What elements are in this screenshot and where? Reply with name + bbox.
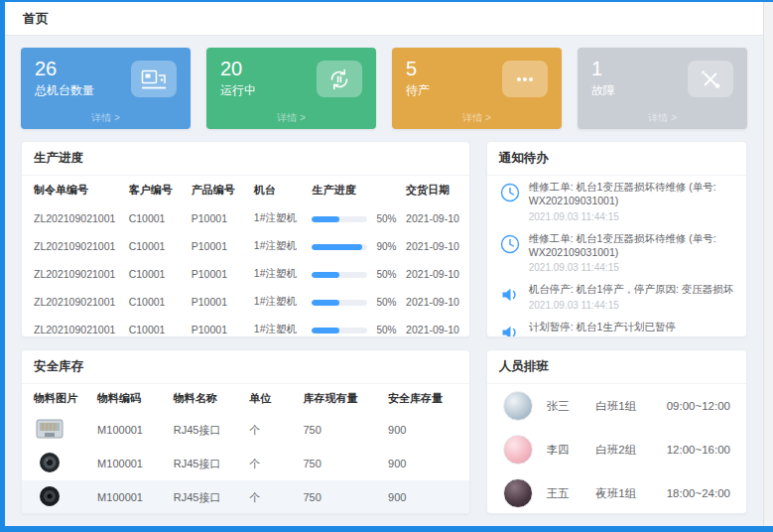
progress-bar bbox=[312, 300, 367, 306]
notification-item[interactable]: 计划暂停: 机台1生产计划已暂停 2021.09.03 11:44:15 bbox=[487, 316, 746, 336]
progress-label: 50% bbox=[376, 325, 396, 335]
cell-delivery-date: 2021-09-10 bbox=[402, 204, 469, 232]
cell-progress: 50% bbox=[308, 316, 402, 336]
avatar bbox=[503, 478, 533, 508]
notification-text: 维修工单: 机台1变压器损坏待维修 (单号: WX202109031001) bbox=[529, 232, 734, 260]
notification-text: 维修工单: 机台1变压器损坏待维修 (单号: WX202109031001) bbox=[529, 181, 734, 208]
person-name: 张三 bbox=[547, 399, 582, 414]
detail-link[interactable]: 详情 > bbox=[392, 111, 562, 125]
table-row: M100001 RJ45接口 个 750 900 bbox=[22, 480, 469, 513]
notification-item[interactable]: 维修工单: 机台1变压器损坏待维修 (单号: WX202109031001) 2… bbox=[487, 227, 746, 279]
cell-delivery-date: 2021-09-10 bbox=[402, 288, 469, 316]
cell-product-no: P10001 bbox=[188, 204, 250, 232]
table-row: ZL202109021001 C10001 P10001 1#注塑机 90% 2… bbox=[22, 232, 469, 260]
detail-link[interactable]: 详情 > bbox=[206, 111, 376, 125]
cell-material-image bbox=[22, 447, 93, 480]
cell-machine: 1#注塑机 bbox=[250, 232, 309, 260]
notification-item[interactable]: 机台停产: 机台1停产，停产原因: 变压器损坏 2021.09.03 11:44… bbox=[487, 278, 746, 316]
table-row: M100001 RJ45接口 个 750 900 bbox=[22, 447, 469, 480]
col-customer-no: 客户编号 bbox=[125, 176, 188, 204]
clock-icon bbox=[499, 233, 521, 255]
cell-unit: 个 bbox=[245, 447, 299, 480]
col-machine: 机台 bbox=[250, 176, 309, 204]
inventory-table: 物料图片 物料编码 物料名称 单位 库存现有量 安全库存量 bbox=[22, 384, 469, 513]
tools-icon bbox=[688, 61, 733, 97]
stat-card-waiting[interactable]: 5 待产 详情 > bbox=[392, 48, 562, 129]
speaker-icon bbox=[499, 284, 521, 306]
progress-label: 50% bbox=[376, 213, 396, 224]
round-connector-image bbox=[34, 451, 65, 476]
cell-safety-qty: 900 bbox=[384, 480, 469, 513]
panel-title-notifications: 通知待办 bbox=[487, 142, 746, 176]
dashboard-page: 首页 26 总机台数量 bbox=[5, 2, 763, 526]
vertical-scrollbar[interactable] bbox=[763, 2, 773, 526]
cell-delivery-date: 2021-09-10 bbox=[402, 260, 469, 288]
progress-label: 50% bbox=[376, 269, 396, 280]
col-unit: 单位 bbox=[245, 384, 299, 413]
notification-time: 2021.09.03 11:44:15 bbox=[529, 262, 734, 273]
rj45-connector-image bbox=[34, 417, 65, 443]
schedule-row: 王五 夜班1组 18:00~24:00 bbox=[487, 471, 746, 513]
cell-progress: 90% bbox=[308, 232, 402, 260]
cell-progress: 50% bbox=[308, 260, 402, 288]
person-name: 王五 bbox=[547, 486, 582, 501]
col-safety-qty: 安全库存量 bbox=[384, 384, 469, 413]
production-panel: 生产进度 制令单编号 客户编号 产品编号 机台 生产进度 交货日期 bbox=[21, 141, 470, 337]
top-bar: 首页 bbox=[5, 2, 763, 36]
progress-label: 90% bbox=[376, 241, 396, 252]
table-row: ZL202109021001 C10001 P10001 1#注塑机 50% 2… bbox=[22, 260, 469, 288]
shift-time: 12:00~16:00 bbox=[667, 444, 730, 456]
cell-delivery-date: 2021-09-10 bbox=[402, 232, 469, 260]
schedule-row: 张三 白班1组 09:00~12:00 bbox=[487, 384, 746, 428]
stat-cards-row: 26 总机台数量 详情 > 20 运 bbox=[21, 48, 747, 129]
cell-customer-no: C10001 bbox=[125, 288, 188, 316]
cell-material-image bbox=[22, 413, 93, 447]
speaker-part-image bbox=[34, 484, 65, 510]
cell-product-no: P10001 bbox=[188, 260, 250, 288]
cell-order-no: ZL202109021001 bbox=[22, 288, 125, 316]
notification-time: 2021.09.03 11:44:15 bbox=[529, 211, 734, 222]
progress-bar bbox=[312, 216, 367, 222]
machine-icon bbox=[131, 61, 177, 97]
cell-material-image bbox=[22, 480, 93, 513]
inventory-panel: 安全库存 物料图片 物料编码 物料名称 单位 库存现有量 安全库存量 bbox=[21, 349, 470, 514]
cell-machine: 1#注塑机 bbox=[250, 260, 309, 288]
progress-bar bbox=[312, 244, 367, 250]
clock-icon bbox=[499, 182, 521, 203]
avatar bbox=[503, 391, 533, 421]
cell-material-name: RJ45接口 bbox=[170, 447, 246, 480]
notification-text: 机台停产: 机台1停产，停产原因: 变压器损坏 bbox=[529, 283, 734, 297]
sync-icon bbox=[317, 61, 362, 97]
cell-order-no: ZL202109021001 bbox=[22, 260, 125, 288]
cell-material-code: M100001 bbox=[93, 447, 170, 480]
notification-item[interactable]: 维修工单: 机台1变压器损坏待维修 (单号: WX202109031001) 2… bbox=[487, 176, 746, 227]
panel-title-schedule: 人员排班 bbox=[487, 350, 746, 384]
schedule-row: 李四 白班2组 12:00~16:00 bbox=[487, 428, 746, 471]
cell-order-no: ZL202109021001 bbox=[22, 316, 125, 336]
col-progress: 生产进度 bbox=[308, 176, 402, 204]
stat-card-total-machines[interactable]: 26 总机台数量 详情 > bbox=[21, 48, 191, 129]
col-order-no: 制令单编号 bbox=[22, 176, 125, 204]
panels-grid: 生产进度 制令单编号 客户编号 产品编号 机台 生产进度 交货日期 bbox=[21, 141, 747, 514]
detail-link[interactable]: 详情 > bbox=[21, 111, 191, 125]
detail-link[interactable]: 详情 > bbox=[578, 111, 747, 125]
speaker-icon bbox=[499, 322, 521, 336]
stat-card-fault[interactable]: 1 故障 详情 > bbox=[578, 48, 747, 129]
cell-material-code: M100001 bbox=[93, 413, 170, 447]
table-row: ZL202109021001 C10001 P10001 1#注塑机 50% 2… bbox=[22, 316, 469, 336]
cell-material-name: RJ45接口 bbox=[170, 480, 246, 513]
schedule-panel: 人员排班 张三 白班1组 09:00~12:00 李四 白班2组 1 bbox=[486, 349, 747, 514]
col-stock-qty: 库存现有量 bbox=[299, 384, 384, 413]
shift-time: 09:00~12:00 bbox=[667, 400, 730, 412]
cell-customer-no: C10001 bbox=[125, 232, 188, 260]
ellipsis-icon bbox=[502, 61, 548, 97]
cell-order-no: ZL202109021001 bbox=[22, 232, 125, 260]
progress-label: 50% bbox=[376, 297, 396, 308]
cell-unit: 个 bbox=[245, 480, 299, 513]
app-window: 首页 26 总机台数量 bbox=[0, 0, 773, 532]
progress-bar bbox=[312, 272, 367, 278]
col-material-name: 物料名称 bbox=[170, 384, 246, 413]
stat-card-running[interactable]: 20 运行中 详情 > bbox=[206, 48, 376, 129]
table-row: ZL202109021001 C10001 P10001 1#注塑机 50% 2… bbox=[22, 288, 469, 316]
cell-customer-no: C10001 bbox=[125, 316, 188, 336]
